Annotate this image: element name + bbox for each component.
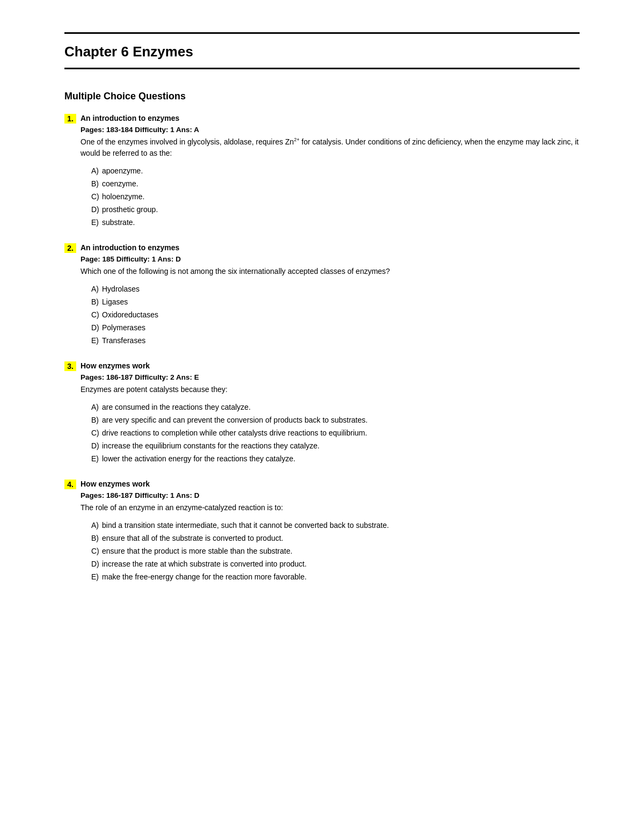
question-1-option-3: D)prosthetic group. (91, 204, 580, 215)
chapter-title: Chapter 6 Enzymes (64, 43, 193, 60)
question-1-option-4: E)substrate. (91, 217, 580, 228)
question-3: 3.How enzymes workPages: 186-187 Difficu… (64, 361, 580, 465)
question-4-option-4: E)make the free-energy change for the re… (91, 571, 580, 583)
question-4-option-3: D)increase the rate at which substrate i… (91, 559, 580, 570)
question-2-topic: An introduction to enzymes (80, 243, 179, 252)
question-4-option-2: C)ensure that the product is more stable… (91, 546, 580, 557)
question-2-number: 2. (64, 243, 76, 253)
question-2: 2.An introduction to enzymesPage: 185 Di… (64, 243, 580, 346)
questions-container: 1.An introduction to enzymesPages: 183-1… (64, 114, 580, 583)
question-3-option-0: A)are consumed in the reactions they cat… (91, 402, 580, 413)
question-3-number: 3. (64, 361, 76, 371)
question-2-meta: Page: 185 Difficulty: 1 Ans: D (80, 255, 580, 263)
question-4-topic: How enzymes work (80, 480, 150, 488)
question-4-options: A)bind a transition state intermediate, … (91, 520, 580, 583)
question-4-number: 4. (64, 480, 76, 489)
question-3-text: Enzymes are potent catalysts because the… (80, 384, 580, 395)
chapter-header: Chapter 6 Enzymes (64, 34, 580, 69)
question-3-option-4: E)lower the activation energy for the re… (91, 453, 580, 465)
section-title: Multiple Choice Questions (64, 91, 580, 102)
question-4-option-0: A)bind a transition state intermediate, … (91, 520, 580, 531)
question-4-meta: Pages: 186-187 Difficulty: 1 Ans: D (80, 491, 580, 499)
question-3-option-1: B)are very specific and can prevent the … (91, 415, 580, 426)
question-4-text: The role of an enzyme in an enzyme-catal… (80, 502, 580, 513)
question-1-option-2: C)holoenzyme. (91, 191, 580, 202)
question-1-meta: Pages: 183-184 Difficulty: 1 Ans: A (80, 126, 580, 134)
question-1-option-0: A)apoenzyme. (91, 165, 580, 177)
question-1: 1.An introduction to enzymesPages: 183-1… (64, 114, 580, 228)
question-3-option-2: C)drive reactions to completion while ot… (91, 427, 580, 439)
question-1-text: One of the enzymes involved in glycolysi… (80, 136, 580, 159)
question-1-number: 1. (64, 114, 76, 124)
question-4: 4.How enzymes workPages: 186-187 Difficu… (64, 480, 580, 583)
question-3-options: A)are consumed in the reactions they cat… (91, 402, 580, 465)
question-4-option-1: B)ensure that all of the substrate is co… (91, 533, 580, 544)
question-2-option-1: B)Ligases (91, 296, 580, 308)
question-1-options: A)apoenzyme.B)coenzyme.C)holoenzyme.D)pr… (91, 165, 580, 228)
question-2-options: A)HydrolasesB)LigasesC)OxidoreductasesD)… (91, 284, 580, 346)
question-1-topic: An introduction to enzymes (80, 114, 179, 122)
question-3-meta: Pages: 186-187 Difficulty: 2 Ans: E (80, 373, 580, 381)
question-2-option-3: D)Polymerases (91, 322, 580, 333)
question-3-option-3: D)increase the equilibrium constants for… (91, 440, 580, 452)
question-1-option-1: B)coenzyme. (91, 178, 580, 190)
question-3-topic: How enzymes work (80, 361, 150, 370)
question-2-text: Which one of the following is not among … (80, 266, 580, 277)
question-2-option-4: E)Transferases (91, 335, 580, 346)
question-2-option-2: C)Oxidoreductases (91, 309, 580, 321)
question-2-option-0: A)Hydrolases (91, 284, 580, 295)
